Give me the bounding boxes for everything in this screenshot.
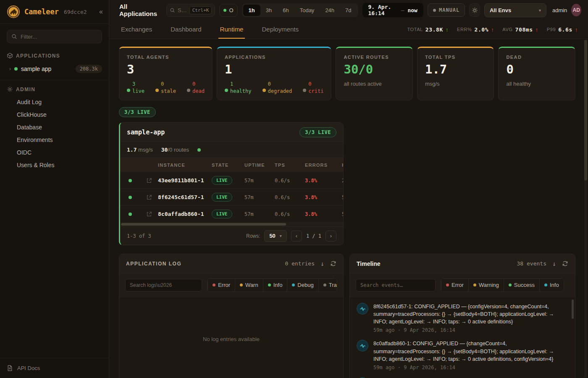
tps-metric: 1.7 msg/s [127, 147, 153, 153]
timeline-toolbar: Error Warning Success [350, 273, 575, 297]
log-panel-title: APPLICATION LOG [126, 261, 181, 267]
stat-label: ERR% [457, 27, 472, 32]
card-active-routes: ACTIVE ROUTES 30/0 all routes active [336, 47, 413, 100]
refresh-icon[interactable] [330, 260, 336, 267]
live-status-toggle[interactable]: O [219, 4, 237, 17]
log-filter-chip[interactable]: Info [263, 279, 287, 291]
external-link-icon[interactable] [140, 194, 158, 200]
timeline-search-input[interactable] [356, 279, 436, 291]
tab[interactable]: Exchanges [119, 20, 154, 39]
sidebar-admin-item[interactable]: Database [0, 121, 109, 134]
log-filter-chip[interactable]: Warn [235, 279, 263, 291]
stat-cards-row: TOTAL AGENTS 3 3live 0stale [119, 47, 575, 100]
orange-dot [262, 89, 266, 92]
sidebar-admin-item[interactable]: OIDC [0, 146, 109, 159]
prev-page-button[interactable]: ‹ [291, 231, 302, 242]
topbar: All Applications S… Ctrl+K O 1h [109, 0, 588, 20]
timeline-event-count: 38 events [517, 260, 546, 267]
log-search-input[interactable] [125, 279, 202, 291]
log-filter-chip[interactable]: Debug [287, 279, 318, 291]
table-row[interactable]: 43ee9811b801-1 LIVE 57m 0.6/s 3.8% 2 [120, 172, 343, 189]
col-tps: TPS [275, 163, 305, 168]
rows-value: 50 [269, 233, 275, 239]
sidebar-item-sample-app[interactable]: › sample app 208.3k [0, 62, 109, 76]
trend-up-icon: ↑ [446, 26, 449, 33]
instances-table-header: INSTANCE STATE UPTIME TPS ERRORS H [120, 158, 343, 172]
tab[interactable]: Dashboard [169, 20, 203, 39]
refresh-icon[interactable] [562, 260, 568, 267]
app-name: sample app [21, 66, 51, 72]
global-search-input[interactable]: S… Ctrl+K [166, 4, 215, 17]
card-value: 30/0 [344, 63, 405, 76]
top-stat: TOTAL 23.8K ↑ [407, 26, 449, 33]
sidebar-admin-item[interactable]: Environments [0, 134, 109, 146]
main-scrollbar[interactable] [584, 40, 587, 377]
sidebar-admin-item[interactable]: Audit Log [0, 96, 109, 108]
stat-dead: 0dead [187, 81, 205, 95]
stat-text: healthy [230, 88, 252, 95]
table-row[interactable]: 8f6245c61d57-1 LIVE 57m 0.6/s 3.8% 5 [120, 189, 343, 206]
download-icon[interactable]: ↓ [320, 260, 324, 268]
green-dot [127, 89, 130, 92]
environment-select[interactable]: All Envs ▾ [484, 3, 546, 17]
timeline-filter-chip[interactable]: Error [441, 279, 468, 291]
tab[interactable]: Deployments [260, 20, 300, 39]
rows-per-page-select[interactable]: 50 ▾ [264, 230, 287, 242]
activity-pulse-icon [357, 303, 368, 315]
time-range-button[interactable]: 7d [340, 5, 357, 16]
external-link-icon[interactable] [140, 211, 158, 217]
timeline-scrollbar-thumb[interactable] [572, 299, 574, 319]
card-total-tps: TOTAL TPS 1.7 msg/s [417, 47, 494, 100]
time-range-button[interactable]: 1h [243, 5, 260, 16]
routes-suffix: /0 routes [168, 147, 189, 153]
trend-up-icon: ↑ [575, 26, 578, 33]
brand-name: Cameleer [24, 8, 59, 16]
log-toolbar: Error Warn Info [119, 273, 343, 297]
date-to: now [407, 7, 417, 13]
time-range-button[interactable]: 24h [320, 5, 340, 16]
top-stat: P99 6.6s ↑ [547, 26, 578, 33]
next-page-button[interactable]: › [326, 231, 336, 242]
scrollbar-thumb[interactable] [584, 40, 587, 181]
download-icon[interactable]: ↓ [552, 260, 556, 268]
live-summary-badge: 3/3 LIVE [119, 107, 156, 117]
top-stat: AVG 708ms ↑ [502, 26, 538, 33]
level-label: Warn [245, 282, 258, 288]
timeline-filter-chip[interactable]: Info [539, 279, 564, 291]
sidebar-filter-input[interactable]: Filter... [7, 30, 102, 43]
log-filter-chip[interactable]: Trace [318, 279, 337, 291]
stat-value: 23.8K [425, 26, 443, 33]
sidebar-item-api-docs[interactable]: API Docs [0, 358, 109, 378]
time-range-button[interactable]: Today [294, 5, 320, 16]
time-range-button[interactable]: 6h [277, 5, 294, 16]
date-range-display[interactable]: 9. Apr. 16:14 — now [362, 3, 423, 17]
scrollbar-thumb[interactable] [121, 223, 286, 226]
manual-mode-button[interactable]: MANUAL [428, 3, 465, 17]
content-area: TOTAL AGENTS 3 3live 0stale [109, 39, 588, 378]
row-range-label: 1-3 of 3 [127, 233, 151, 239]
card-value: 0 [506, 63, 567, 76]
timeline-filter-chip[interactable]: Warning [468, 279, 504, 291]
time-range-button[interactable]: 3h [260, 5, 277, 16]
avatar[interactable]: AD [571, 4, 581, 16]
level-dot [323, 284, 326, 286]
sidebar-admin-item[interactable]: ClickHouse [0, 108, 109, 121]
card-breakdown: 1healthy 0degraded 0criti [225, 81, 324, 95]
sidebar-collapse-button[interactable]: « [99, 8, 103, 16]
stat-value: 708ms [515, 26, 533, 33]
uptime-value: 57m [244, 211, 275, 217]
sidebar-admin-item[interactable]: Users & Roles [0, 159, 109, 171]
state-badge: LIVE [212, 176, 232, 185]
external-link-icon[interactable] [140, 178, 158, 184]
timeline-filter-chip[interactable]: Success [504, 279, 539, 291]
card-subtitle: msg/s [425, 81, 486, 87]
level-label: Warning [479, 282, 499, 288]
theme-toggle-button[interactable] [469, 3, 480, 17]
page-title: All Applications [119, 3, 157, 17]
card-subtitle: all routes active [344, 81, 405, 87]
horizontal-scrollbar[interactable] [120, 223, 343, 226]
log-filter-chip[interactable]: Error [207, 279, 235, 291]
table-row[interactable]: 8c0affadb860-1 LIVE 57m 0.6/s 3.8% 5 [120, 206, 343, 223]
document-icon [7, 365, 13, 371]
tab[interactable]: Runtime [218, 20, 245, 39]
